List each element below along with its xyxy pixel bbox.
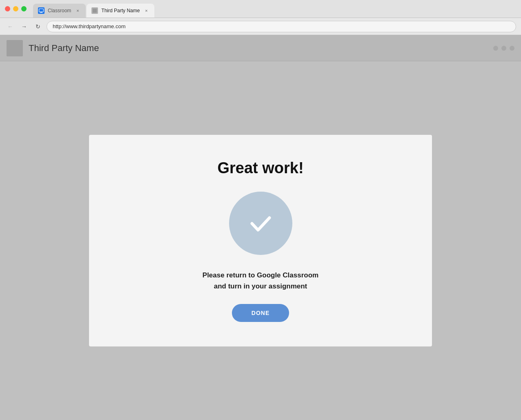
back-button[interactable]: ← [5,21,16,32]
title-bar: Classroom × Third Party Name × [0,0,521,18]
maximize-window-button[interactable] [21,6,27,11]
completion-card: Great work! Please return to Google Clas… [89,135,432,346]
header-dot-3 [510,46,514,51]
header-dot-1 [493,46,498,51]
tab-classroom-label: Classroom [48,8,71,13]
reload-button[interactable]: ↻ [33,21,43,32]
great-work-heading: Great work! [217,159,303,177]
tab-list: Classroom × Third Party Name × [33,0,154,18]
app-header-title: Third Party Name [29,43,99,54]
tab-classroom-close[interactable]: × [74,7,81,14]
minimize-window-button[interactable] [13,6,18,11]
app-logo [7,40,23,56]
checkmark-icon [246,209,275,237]
svg-rect-3 [93,9,97,13]
svg-rect-2 [40,13,43,13]
app-header-left: Third Party Name [7,40,99,56]
instructions-line1: Please return to Google Classroom [203,271,318,279]
traffic-lights [5,6,27,11]
svg-rect-0 [39,9,44,12]
nav-bar: ← → ↻ http://www.thirdpartyname.com [0,18,521,35]
app-header: Third Party Name [0,35,521,61]
address-bar[interactable]: http://www.thirdpartyname.com [47,21,516,32]
done-button[interactable]: DONE [232,304,289,322]
app-header-menu-dots[interactable] [493,46,514,51]
tab-third-party-label: Third Party Name [101,8,140,13]
header-dot-2 [501,46,506,51]
browser-frame: Classroom × Third Party Name × ← → ↻ htt… [0,0,521,420]
tab-third-party[interactable]: Third Party Name × [87,4,154,18]
third-party-favicon [91,7,98,14]
address-text: http://www.thirdpartyname.com [53,23,125,29]
close-window-button[interactable] [5,6,10,11]
tab-classroom[interactable]: Classroom × [33,4,86,18]
instructions-line2: and turn in your assignment [214,282,307,290]
tab-third-party-close[interactable]: × [143,7,149,14]
forward-button[interactable]: → [19,21,29,32]
svg-rect-1 [40,12,42,13]
success-circle [229,192,292,255]
page-background: Great work! Please return to Google Clas… [0,61,521,420]
instructions-text: Please return to Google Classroom and tu… [203,270,318,292]
classroom-favicon [38,7,45,14]
